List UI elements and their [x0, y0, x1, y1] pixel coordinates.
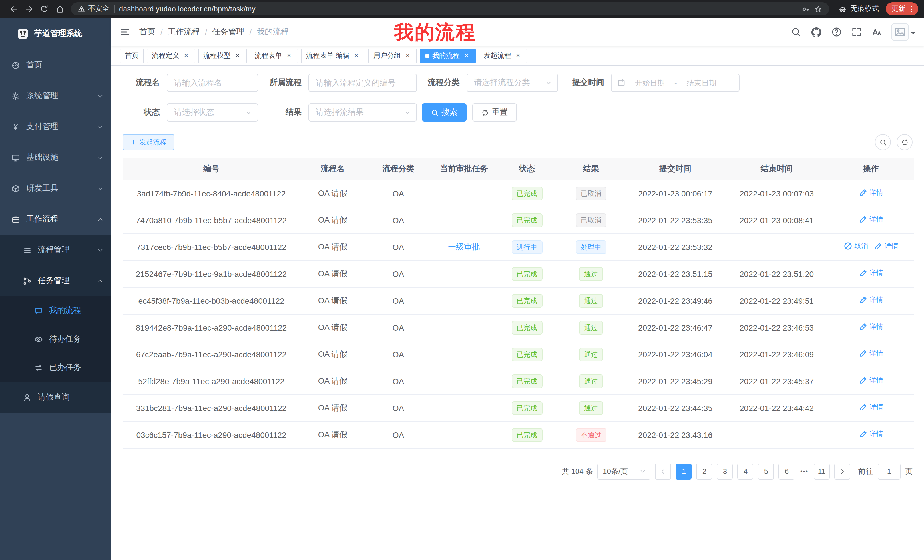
page-button[interactable]: 6 [778, 463, 795, 479]
sidebar-item[interactable]: 待办任务 [0, 325, 111, 353]
detail-button[interactable]: 详情 [859, 215, 883, 225]
more-pages-icon[interactable]: ••• [799, 468, 809, 475]
update-button[interactable]: 更新 [886, 2, 918, 15]
view-tab[interactable]: 流程模型× [198, 48, 247, 63]
address-bar[interactable]: 不安全 dashboard.yudao.iocoder.cn/bpm/task/… [71, 2, 829, 15]
breadcrumb-item[interactable]: 首页 [140, 27, 155, 37]
reset-button[interactable]: 重置 [472, 103, 517, 121]
sidebar-item[interactable]: 流程管理 [0, 235, 111, 265]
swap-icon [34, 363, 43, 372]
close-icon[interactable]: × [514, 52, 522, 60]
sidebar-item[interactable]: 基础设施 [0, 142, 111, 173]
process-icon [23, 246, 32, 254]
detail-button[interactable]: 详情 [859, 268, 883, 278]
detail-button[interactable]: 详情 [859, 376, 883, 385]
detail-button[interactable]: 详情 [859, 322, 883, 332]
tags-view: 首页流程定义×流程模型×流程表单×流程表单-编辑×用户分组×我的流程×发起流程× [111, 46, 924, 66]
help-icon[interactable] [831, 27, 842, 37]
sidebar-item[interactable]: 请假查询 [0, 382, 111, 413]
close-icon[interactable]: × [182, 52, 190, 60]
view-tab[interactable]: 流程表单× [249, 48, 298, 63]
view-tab[interactable]: 流程定义× [147, 48, 195, 63]
close-icon[interactable]: × [352, 52, 360, 60]
sidebar: 芋道管理系统 首页系统管理支付管理基础设施研发工具工作流程流程管理任务管理我的流… [0, 18, 111, 560]
page-button[interactable]: 2 [696, 463, 712, 479]
result-select[interactable]: 请选择流结果 [308, 103, 417, 121]
view-tab[interactable]: 首页 [120, 48, 144, 63]
page-jump-input[interactable] [878, 463, 901, 479]
forward-button[interactable] [21, 1, 36, 16]
caret-down-icon [911, 32, 915, 36]
sidebar-item[interactable]: 支付管理 [0, 111, 111, 142]
close-icon[interactable]: × [463, 52, 471, 60]
start-process-button[interactable]: 发起流程 [123, 134, 174, 150]
detail-button[interactable]: 详情 [874, 241, 898, 251]
sidebar-item[interactable]: 任务管理 [0, 265, 111, 296]
sidebar-menu: 首页系统管理支付管理基础设施研发工具工作流程流程管理任务管理我的流程待办任务已办… [0, 49, 111, 413]
prev-page-button[interactable] [655, 463, 671, 479]
date-range-picker[interactable]: - [611, 73, 740, 92]
refresh-button[interactable] [897, 134, 913, 150]
page-button[interactable]: 5 [758, 463, 774, 479]
sidebar-toggle-button[interactable] [120, 27, 130, 37]
edit-icon [859, 188, 868, 197]
search-icon[interactable] [791, 27, 801, 37]
search-button[interactable]: 搜索 [422, 103, 466, 121]
cell-status: 已完成 [497, 421, 557, 448]
sidebar-item[interactable]: 系统管理 [0, 81, 111, 111]
detail-button[interactable]: 详情 [859, 188, 883, 198]
github-icon[interactable] [811, 27, 822, 37]
key-icon[interactable] [802, 5, 810, 13]
cancel-button[interactable]: 取消 [843, 241, 868, 251]
view-tab[interactable]: 用户分组× [368, 48, 417, 63]
next-page-button[interactable] [834, 463, 850, 479]
bookmark-star-icon[interactable] [814, 5, 822, 13]
chevron-down-icon [97, 154, 104, 161]
app-logo-row[interactable]: 芋道管理系统 [0, 18, 111, 49]
page-button[interactable]: 3 [717, 463, 733, 479]
reload-button[interactable] [36, 1, 52, 16]
process-name-input[interactable] [167, 73, 258, 92]
detail-button[interactable]: 详情 [859, 403, 883, 412]
browser-home-button[interactable] [52, 1, 68, 16]
page-button[interactable]: 11 [814, 463, 830, 479]
result-tag: 处理中 [576, 240, 606, 254]
process-def-input[interactable] [308, 73, 417, 92]
back-button[interactable] [6, 1, 21, 16]
breadcrumb-item[interactable]: 工作流程 [168, 27, 200, 37]
result-tag: 通过 [579, 374, 603, 388]
view-tab[interactable]: 发起流程× [478, 48, 527, 63]
end-date-input[interactable] [680, 78, 723, 87]
result-tag: 通过 [579, 347, 603, 361]
sidebar-item[interactable]: 工作流程 [0, 204, 111, 235]
fullscreen-icon[interactable] [852, 27, 862, 37]
view-tab[interactable]: 流程表单-编辑× [301, 48, 366, 63]
search-toggle-button[interactable] [875, 134, 891, 150]
close-icon[interactable]: × [404, 52, 412, 60]
status-select[interactable]: 请选择状态 [167, 103, 258, 121]
detail-button[interactable]: 详情 [859, 349, 883, 358]
refresh-icon [482, 109, 489, 116]
category-select[interactable]: 请选择流程分类 [466, 73, 558, 92]
sidebar-item[interactable]: 研发工具 [0, 173, 111, 204]
page-size-select[interactable]: 10条/页 [598, 463, 651, 479]
current-task-link[interactable]: 一级审批 [448, 242, 480, 251]
sidebar-item[interactable]: 首页 [0, 49, 111, 81]
tab-label: 我的流程 [432, 51, 460, 60]
page-button[interactable]: 4 [738, 463, 753, 479]
breadcrumb-item[interactable]: 任务管理 [213, 27, 244, 37]
page-button[interactable]: 1 [676, 463, 692, 479]
detail-button[interactable]: 详情 [859, 429, 883, 439]
font-size-icon[interactable] [872, 27, 882, 37]
user-menu[interactable] [891, 23, 915, 40]
cell-name: OA 请假 [300, 180, 366, 207]
security-status[interactable]: 不安全 [78, 4, 110, 14]
sidebar-item[interactable]: 我的流程 [0, 296, 111, 325]
view-tab[interactable]: 我的流程× [420, 48, 476, 63]
close-icon[interactable]: × [234, 52, 242, 60]
result-tag: 通过 [579, 401, 603, 415]
detail-button[interactable]: 详情 [859, 295, 883, 305]
sidebar-item[interactable]: 已办任务 [0, 353, 111, 382]
close-icon[interactable]: × [285, 52, 293, 60]
start-date-input[interactable] [629, 78, 671, 87]
